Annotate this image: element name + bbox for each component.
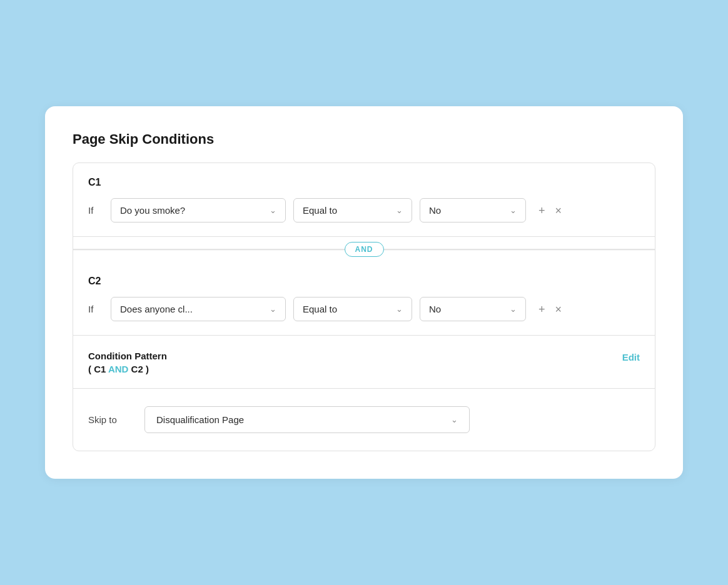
- condition-2-section: C2 If Does anyone cl... ⌄ Equal to ⌄ No …: [73, 262, 655, 336]
- page-title: Page Skip Conditions: [73, 131, 655, 148]
- skip-section: Skip to Disqualification Page ⌄: [73, 389, 655, 451]
- question-dropdown-2-chevron: ⌄: [270, 304, 276, 314]
- remove-condition-2-button[interactable]: ×: [553, 302, 565, 316]
- skip-to-dropdown[interactable]: Disqualification Page ⌄: [144, 406, 470, 433]
- answer-dropdown-1-chevron: ⌄: [510, 206, 517, 215]
- main-card: Page Skip Conditions C1 If Do you smoke?…: [45, 106, 683, 479]
- remove-condition-1-button[interactable]: ×: [553, 204, 565, 218]
- outer-container: Page Skip Conditions C1 If Do you smoke?…: [0, 0, 728, 585]
- condition-pattern-title: Condition Pattern: [88, 351, 167, 361]
- action-buttons-1: + ×: [536, 204, 564, 218]
- condition-2-label: C2: [88, 276, 640, 287]
- condition-pattern-content: Condition Pattern ( C1 AND C2 ): [88, 351, 167, 374]
- operator-dropdown-1[interactable]: Equal to ⌄: [293, 198, 412, 222]
- operator-dropdown-1-value: Equal to: [303, 205, 337, 216]
- skip-label: Skip to: [88, 414, 132, 425]
- conditions-box: C1 If Do you smoke? ⌄ Equal to ⌄ No ⌄: [73, 162, 655, 451]
- question-dropdown-1-chevron: ⌄: [270, 206, 276, 215]
- answer-dropdown-2[interactable]: No ⌄: [420, 297, 526, 321]
- question-dropdown-1-value: Do you smoke?: [120, 205, 185, 216]
- condition-pattern-section: Condition Pattern ( C1 AND C2 ) Edit: [73, 336, 655, 389]
- operator-dropdown-2-chevron: ⌄: [396, 304, 403, 314]
- action-buttons-2: + ×: [536, 302, 564, 316]
- answer-dropdown-2-value: No: [429, 304, 441, 314]
- operator-dropdown-2-value: Equal to: [303, 304, 337, 314]
- add-condition-1-button[interactable]: +: [536, 204, 548, 218]
- add-condition-2-button[interactable]: +: [536, 302, 548, 316]
- pattern-prefix: ( C1: [88, 364, 108, 374]
- pattern-suffix: C2 ): [128, 364, 149, 374]
- operator-dropdown-2[interactable]: Equal to ⌄: [293, 297, 412, 321]
- answer-dropdown-2-chevron: ⌄: [510, 304, 517, 314]
- condition-1-section: C1 If Do you smoke? ⌄ Equal to ⌄ No ⌄: [73, 163, 655, 237]
- condition-1-label: C1: [88, 177, 640, 188]
- skip-to-dropdown-value: Disqualification Page: [156, 414, 244, 425]
- question-dropdown-1[interactable]: Do you smoke? ⌄: [111, 198, 286, 222]
- question-dropdown-2-value: Does anyone cl...: [120, 304, 193, 314]
- condition-2-row: If Does anyone cl... ⌄ Equal to ⌄ No ⌄: [88, 297, 640, 321]
- if-label-1: If: [88, 205, 103, 216]
- pattern-and: AND: [108, 364, 129, 374]
- and-badge: AND: [345, 242, 384, 257]
- answer-dropdown-1-value: No: [429, 205, 441, 216]
- skip-to-dropdown-chevron: ⌄: [451, 415, 458, 424]
- if-label-2: If: [88, 304, 103, 314]
- question-dropdown-2[interactable]: Does anyone cl... ⌄: [111, 297, 286, 321]
- and-divider-section: AND: [73, 237, 655, 262]
- condition-pattern-expression: ( C1 AND C2 ): [88, 364, 167, 374]
- condition-1-row: If Do you smoke? ⌄ Equal to ⌄ No ⌄: [88, 198, 640, 222]
- answer-dropdown-1[interactable]: No ⌄: [420, 198, 526, 222]
- operator-dropdown-1-chevron: ⌄: [396, 206, 403, 215]
- edit-pattern-button[interactable]: Edit: [622, 352, 640, 362]
